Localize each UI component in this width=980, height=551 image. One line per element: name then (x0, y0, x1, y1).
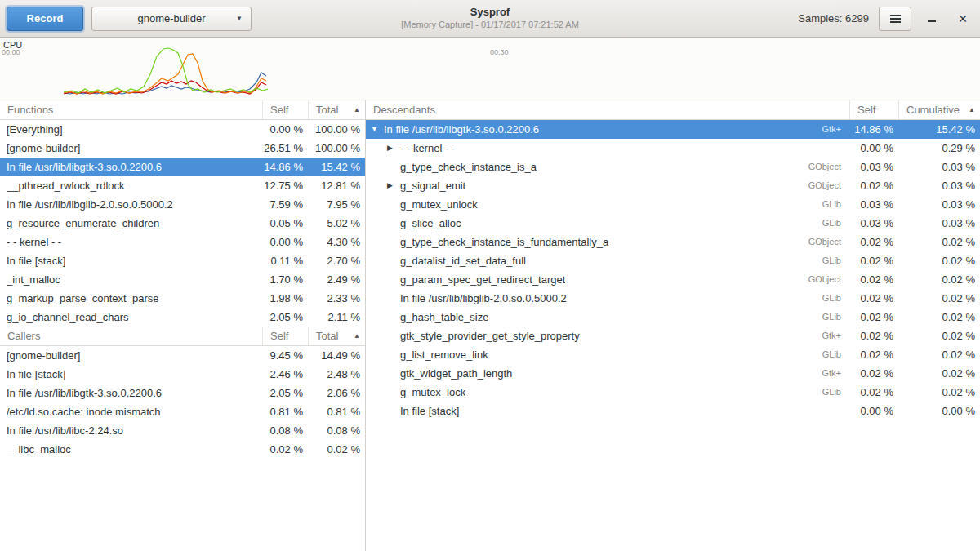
row-self-value: 0.02 % (849, 327, 898, 345)
row-label: [Everything] (7, 120, 63, 139)
row-total-value: 12.81 % (308, 176, 365, 195)
row-self-value: 0.03 % (849, 158, 898, 176)
row-name-cell: In file /usr/lib/libgtk-3.so.0.2200.6 (0, 158, 262, 176)
table-row[interactable]: In file [stack]0.00 %0.00 % (366, 402, 980, 420)
table-row[interactable]: [gnome-builder]26.51 %100.00 % (0, 139, 365, 158)
row-label: [gnome-builder] (7, 346, 80, 365)
row-label: _int_malloc (7, 270, 60, 289)
table-row[interactable]: In file /usr/lib/libglib-2.0.so.0.5000.2… (0, 195, 365, 214)
row-self-value: 7.59 % (262, 195, 308, 214)
row-total-value: 0.02 % (898, 383, 980, 402)
table-row[interactable]: __libc_malloc0.02 %0.02 % (0, 440, 365, 459)
table-row[interactable]: In file /usr/lib/libglib-2.0.so.0.5000.2… (366, 289, 980, 308)
record-button[interactable]: Record (7, 7, 83, 31)
table-row[interactable]: - - kernel - -0.00 %4.30 % (0, 233, 365, 251)
row-total-value: 2.70 % (308, 251, 365, 270)
row-name-cell: [gnome-builder] (0, 139, 262, 158)
row-total-value: 0.03 % (898, 195, 980, 214)
window-title-block: Sysprof [Memory Capture] - 01/17/2017 07… (401, 6, 579, 29)
row-total-value: 2.06 % (308, 384, 365, 402)
table-row[interactable]: In file /usr/lib/libc-2.24.so0.08 %0.08 … (0, 421, 365, 440)
table-row[interactable]: _int_malloc1.70 %2.49 % (0, 270, 365, 289)
table-row[interactable]: gtk_widget_path_lengthGtk+0.02 %0.02 % (366, 364, 980, 383)
row-label: g_io_channel_read_chars (7, 308, 129, 327)
row-self-value: 0.00 % (262, 233, 308, 251)
hamburger-icon (890, 13, 901, 24)
row-label: g_param_spec_get_redirect_target (400, 270, 565, 289)
row-total-value: 0.02 % (898, 327, 980, 345)
cpu-graph[interactable]: CPU 00:00 00:30 (0, 38, 980, 100)
row-self-value: 12.75 % (262, 176, 308, 195)
descendants-self-column-header[interactable]: Self (849, 100, 898, 119)
expander-open-icon[interactable]: ▼ (371, 120, 384, 139)
row-name-cell: [gnome-builder] (0, 346, 262, 365)
samples-count: Samples: 6299 (798, 12, 869, 24)
table-row[interactable]: g_mutex_lockGLib0.02 %0.02 % (366, 383, 980, 402)
row-name-cell: ▶g_signal_emitGObject (366, 176, 849, 195)
callers-self-column-header[interactable]: Self (262, 327, 308, 345)
row-self-value: 0.02 % (849, 289, 898, 308)
table-row[interactable]: g_type_check_instance_is_aGObject0.03 %0… (366, 158, 980, 176)
sysprof-window: Record gnome-builder ▼ Sysprof [Memory C… (0, 0, 980, 551)
table-row[interactable]: /etc/ld.so.cache: inode mismatch0.81 %0.… (0, 402, 365, 421)
row-total-value: 15.42 % (308, 158, 365, 176)
table-row[interactable]: g_io_channel_read_chars2.05 %2.11 % (0, 308, 365, 327)
row-self-value: 9.45 % (262, 346, 308, 365)
table-row[interactable]: __pthread_rwlock_rdlock12.75 %12.81 % (0, 176, 365, 195)
row-self-value: 0.02 % (849, 308, 898, 327)
row-name-cell: In file /usr/lib/libc-2.24.so (0, 421, 262, 440)
functions-panel: Functions Self Total ▲ [Everything]0.00 … (0, 100, 365, 327)
table-row[interactable]: ▶- - kernel - -0.00 %0.29 % (366, 139, 980, 158)
functions-self-column-header[interactable]: Self (262, 100, 308, 119)
menu-button[interactable] (879, 7, 911, 31)
row-label: __libc_malloc (7, 440, 71, 459)
table-row[interactable]: In file /usr/lib/libgtk-3.so.0.2200.62.0… (0, 384, 365, 402)
callers-column-header[interactable]: Callers (0, 327, 262, 345)
descendants-column-header[interactable]: Descendants (366, 100, 849, 119)
table-row[interactable]: gtk_style_provider_get_style_propertyGtk… (366, 327, 980, 345)
table-row[interactable]: g_resource_enumerate_children0.05 %5.02 … (0, 214, 365, 233)
expander-closed-icon[interactable]: ▶ (387, 176, 400, 195)
table-row[interactable]: In file /usr/lib/libgtk-3.so.0.2200.614.… (0, 158, 365, 176)
table-row[interactable]: g_hash_table_sizeGLib0.02 %0.02 % (366, 308, 980, 327)
table-row[interactable]: ▼In file /usr/lib/libgtk-3.so.0.2200.6Gt… (366, 120, 980, 139)
row-label: - - kernel - - (7, 233, 61, 251)
row-self-value: 0.81 % (262, 402, 308, 421)
table-row[interactable]: In file [stack]2.46 %2.48 % (0, 365, 365, 384)
table-row[interactable]: [Everything]0.00 %100.00 % (0, 120, 365, 139)
functions-total-column-header[interactable]: Total ▲ (308, 100, 365, 119)
descendants-cumulative-column-header[interactable]: Cumulative ▲ (898, 100, 980, 119)
row-name-cell: g_list_remove_linkGLib (366, 345, 849, 364)
row-name-cell: gtk_style_provider_get_style_propertyGtk… (366, 327, 849, 345)
sort-indicator-icon: ▲ (969, 100, 975, 119)
minimize-button[interactable] (921, 8, 942, 29)
table-row[interactable]: ▶g_signal_emitGObject0.02 %0.03 % (366, 176, 980, 195)
table-row[interactable]: [gnome-builder]9.45 %14.49 % (0, 346, 365, 365)
functions-column-header[interactable]: Functions (0, 100, 262, 119)
descendants-tree: ▼In file /usr/lib/libgtk-3.so.0.2200.6Gt… (366, 120, 980, 420)
row-name-cell: g_param_spec_get_redirect_targetGObject (366, 270, 849, 289)
expander-closed-icon[interactable]: ▶ (387, 139, 400, 158)
callers-total-column-header[interactable]: Total ▲ (308, 327, 365, 345)
table-row[interactable]: In file [stack]0.11 %2.70 % (0, 251, 365, 270)
row-total-value: 0.02 % (898, 308, 980, 327)
table-row[interactable]: g_type_check_instance_is_fundamentally_a… (366, 233, 980, 251)
row-self-value: 14.86 % (262, 158, 308, 176)
functions-list: [Everything]0.00 %100.00 %[gnome-builder… (0, 120, 365, 327)
table-row[interactable]: g_list_remove_linkGLib0.02 %0.02 % (366, 345, 980, 364)
close-button[interactable]: ✕ (952, 8, 973, 29)
table-row[interactable]: g_datalist_id_set_data_fullGLib0.02 %0.0… (366, 251, 980, 270)
table-row[interactable]: g_param_spec_get_redirect_targetGObject0… (366, 270, 980, 289)
row-total-value: 0.81 % (308, 402, 365, 421)
target-dropdown[interactable]: gnome-builder ▼ (91, 7, 252, 31)
row-label: g_list_remove_link (400, 345, 488, 364)
table-row[interactable]: g_mutex_unlockGLib0.03 %0.03 % (366, 195, 980, 214)
table-row[interactable]: g_slice_allocGLib0.03 %0.03 % (366, 214, 980, 233)
library-tag: Gtk+ (815, 120, 849, 139)
row-label: gtk_widget_path_length (400, 364, 512, 383)
row-self-value: 0.00 % (849, 139, 898, 158)
table-row[interactable]: g_markup_parse_context_parse1.98 %2.33 % (0, 289, 365, 308)
row-name-cell: g_type_check_instance_is_fundamentally_a… (366, 233, 849, 251)
sort-indicator-icon: ▲ (354, 100, 360, 119)
row-name-cell: g_hash_table_sizeGLib (366, 308, 849, 327)
